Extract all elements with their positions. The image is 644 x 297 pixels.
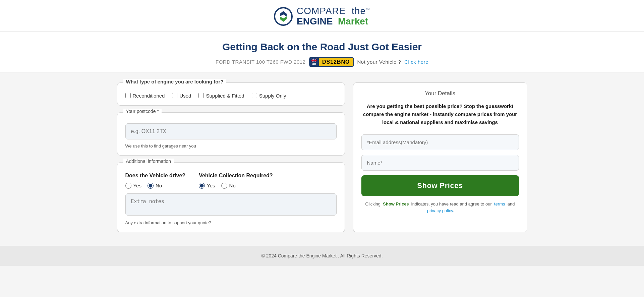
privacy-link[interactable]: privacy policy: [427, 208, 453, 213]
right-panel: Your Details Are you getting the best po…: [353, 82, 527, 232]
details-card: Your Details Are you getting the best po…: [353, 82, 527, 232]
hero-section: Getting Back on the Road Just Got Easier…: [0, 32, 644, 72]
additional-card: Additional information Does the Vehicle …: [117, 162, 345, 232]
checkbox-supply-only[interactable]: Supply Only: [252, 93, 286, 99]
click-here-link[interactable]: Click here: [404, 59, 428, 65]
additional-inner: Does the Vehicle drive? Yes No: [125, 173, 337, 189]
not-vehicle-text: Not your Vehicle ?: [357, 59, 401, 65]
checkbox-reconditioned-input[interactable]: [125, 93, 131, 98]
postcode-input[interactable]: [125, 123, 337, 139]
checkbox-supply-only-label: Supply Only: [259, 93, 286, 99]
consent-show-prices: Show Prices: [383, 201, 409, 206]
consent-end: .: [453, 208, 454, 213]
postcode-helper: We use this to find garages near you: [125, 143, 337, 148]
vehicle-drive-radio-row: Yes No: [125, 183, 186, 189]
vehicle-drive-yes-input[interactable]: [125, 183, 131, 189]
vehicle-drive-no-label: No: [156, 183, 162, 188]
logo-market-text: Market: [338, 16, 368, 26]
email-input[interactable]: [361, 134, 519, 150]
site-header: COMPARE the™ ENGINE Market: [0, 0, 644, 32]
checkbox-used-label: Used: [179, 93, 191, 99]
extra-notes-helper: Any extra information to support your qu…: [125, 220, 337, 225]
hero-title: Getting Back on the Road Just Got Easier: [0, 41, 644, 53]
number-plate: 🇬🇧 UK DS12BNO: [309, 57, 354, 67]
main-content: What type of engine you are looking for?…: [87, 72, 557, 242]
vehicle-drive-yes[interactable]: Yes: [125, 183, 141, 189]
terms-link[interactable]: terms: [494, 201, 505, 206]
consent-and: and: [508, 201, 515, 206]
logo-icon: [274, 7, 293, 26]
collection-question: Vehicle Collection Required?: [199, 173, 273, 179]
postcode-label: Your postcode *: [123, 109, 162, 114]
vehicle-drive-group: Does the Vehicle drive? Yes No: [125, 173, 186, 189]
vehicle-drive-question: Does the Vehicle drive?: [125, 173, 186, 179]
collection-no-label: No: [229, 183, 236, 188]
your-details-title: Your Details: [361, 90, 519, 97]
vehicle-drive-no-input[interactable]: [148, 183, 154, 189]
collection-radio-row: Yes No: [199, 183, 273, 189]
details-description: Are you getting the best possible price?…: [361, 102, 519, 126]
logo-engine-text: ENGINE: [297, 16, 333, 26]
collection-group: Vehicle Collection Required? Yes No: [199, 173, 273, 189]
footer-text: © 2024 Compare the Engine Market . All R…: [261, 253, 383, 258]
logo-the-text: the: [352, 6, 366, 16]
site-footer: © 2024 Compare the Engine Market . All R…: [0, 246, 644, 266]
svg-point-0: [275, 8, 292, 25]
collection-no-input[interactable]: [221, 183, 227, 189]
logo-text: COMPARE the™ ENGINE Market: [297, 6, 370, 27]
checkbox-supply-only-input[interactable]: [252, 93, 257, 98]
checkbox-supplied-fitted-input[interactable]: [198, 93, 204, 98]
checkbox-reconditioned[interactable]: Reconditioned: [125, 93, 165, 99]
collection-yes-label: Yes: [207, 183, 215, 188]
checkbox-reconditioned-label: Reconditioned: [133, 93, 165, 99]
checkbox-used[interactable]: Used: [172, 93, 191, 99]
checkbox-supplied-fitted[interactable]: Supplied & Fitted: [198, 93, 244, 99]
consent-prefix: Clicking: [365, 201, 381, 206]
consent-text: Clicking Show Prices indicates, you have…: [361, 201, 519, 215]
checkbox-used-input[interactable]: [172, 93, 177, 98]
show-prices-button[interactable]: Show Prices: [361, 175, 519, 196]
checkbox-supplied-fitted-label: Supplied & Fitted: [206, 93, 244, 99]
vehicle-drive-yes-label: Yes: [133, 183, 141, 188]
plate-number: DS12BNO: [319, 58, 353, 66]
engine-type-label: What type of engine you are looking for?: [123, 79, 226, 84]
uk-flag-icon: 🇬🇧: [311, 58, 317, 63]
consent-middle: indicates, you have read and agree to ou…: [411, 201, 492, 206]
extra-notes-input[interactable]: [125, 193, 337, 216]
collection-yes-input[interactable]: [199, 183, 205, 189]
vehicle-drive-no[interactable]: No: [148, 183, 162, 189]
collection-no[interactable]: No: [221, 183, 236, 189]
postcode-card: Your postcode * We use this to find gara…: [117, 112, 345, 156]
logo: COMPARE the™ ENGINE Market: [274, 6, 370, 27]
engine-type-options: Reconditioned Used Supplied & Fitted Sup…: [125, 90, 337, 99]
name-input[interactable]: [361, 155, 519, 171]
additional-label: Additional information: [123, 159, 174, 164]
vehicle-bar: FORD TRANSIT 100 T260 FWD 2012 🇬🇧 UK DS1…: [0, 57, 644, 67]
engine-type-card: What type of engine you are looking for?…: [117, 82, 345, 106]
vehicle-text: FORD TRANSIT 100 T260 FWD 2012: [216, 59, 305, 65]
left-panel: What type of engine you are looking for?…: [117, 82, 345, 232]
collection-yes[interactable]: Yes: [199, 183, 215, 189]
logo-compare-text: COMPARE: [297, 6, 346, 16]
uk-label: UK: [312, 63, 316, 66]
